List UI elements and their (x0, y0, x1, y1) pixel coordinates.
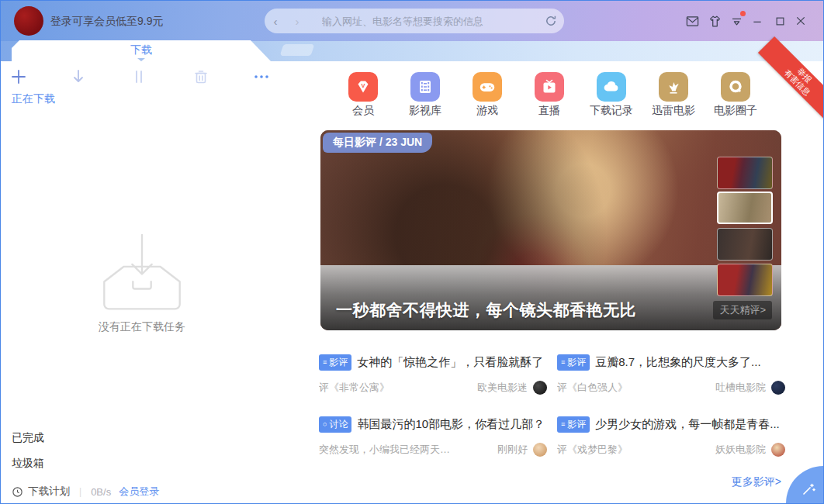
start-download-button[interactable] (69, 67, 88, 86)
member-login-link[interactable]: 会员登录 (119, 485, 159, 499)
article-author: 妖妖电影院 (715, 443, 785, 457)
banner-thumbnail-4[interactable] (717, 264, 773, 296)
article-subtitle: 评《戏梦巴黎》 (557, 443, 628, 457)
badge-review: ≡影评 (557, 416, 590, 433)
delete-button[interactable] (192, 67, 210, 86)
titlebar: 登录可享会员低至9.9元 ‹ › (1, 1, 823, 41)
empty-state-text: 没有正在下载任务 (26, 320, 258, 334)
banner-date-badge: 每日影评 / 23 JUN (323, 133, 432, 153)
notification-dot (740, 11, 746, 16)
forward-icon[interactable]: › (286, 15, 308, 28)
banner-caption: 一秒都舍不得快进，每个镜头都香艳无比 (336, 299, 636, 321)
speed-readout: 0B/s (91, 486, 111, 498)
article-subtitle: 评《白色强人》 (557, 381, 628, 395)
close-icon[interactable] (791, 12, 810, 30)
banner-thumbnail-3[interactable] (717, 228, 773, 261)
movie-circle-label[interactable]: 电影圈子 (705, 104, 767, 118)
vip-icon[interactable]: V (348, 72, 378, 102)
movie-circle-icon[interactable] (721, 72, 750, 102)
status-bar: 下载计划 | 0B/s 会员登录 (1, 478, 317, 504)
film-library-icon[interactable] (410, 72, 440, 102)
skin-icon[interactable] (705, 12, 724, 30)
article-title[interactable]: 豆瓣8.7，比想象的尺度大多了... (595, 355, 760, 370)
sidebar-item-completed[interactable]: 已完成 (12, 431, 44, 445)
banner-thumbnail-1[interactable] (717, 157, 773, 189)
article-title[interactable]: 少男少女的游戏，每一帧都是青春... (595, 417, 780, 432)
mail-icon[interactable] (683, 12, 701, 30)
article-card[interactable]: ○讨论 韩国最污的10部电影，你看过几部？ 突然发现，小编我已经两天没出... … (319, 416, 547, 457)
article-title[interactable]: 韩国最污的10部电影，你看过几部？ (357, 417, 545, 432)
maximize-icon[interactable] (770, 12, 789, 30)
vip-label[interactable]: 会员 (332, 104, 394, 118)
download-history-label[interactable]: 下载记录 (580, 104, 642, 118)
more-reviews-link[interactable]: 更多影评> (319, 475, 781, 489)
article-author: 欧美电影迷 (477, 381, 547, 395)
back-icon[interactable]: ‹ (265, 15, 286, 28)
games-label[interactable]: 游戏 (456, 104, 518, 118)
tab-download-label: 下载 (130, 43, 152, 56)
more-actions-button[interactable] (252, 67, 271, 86)
avatar (533, 443, 547, 457)
login-promo-link[interactable]: 登录可享会员低至9.9元 (50, 1, 163, 41)
article-subtitle: 突然发现，小编我已经两天没出... (319, 443, 459, 457)
live-icon[interactable] (535, 72, 564, 102)
daily-review-link[interactable]: 天天精评> (713, 301, 772, 319)
thunder-movies-label[interactable]: 迅雷电影 (642, 104, 705, 118)
badge-review: ≡影评 (319, 354, 351, 371)
search-input[interactable] (308, 16, 538, 27)
clock-icon (12, 486, 23, 498)
thunder-movies-icon[interactable] (659, 72, 688, 102)
tab-download[interactable]: 下载 (12, 40, 271, 61)
article-card[interactable]: ≡影评 女神的「惊艳之作」，只看脸就酥了 评《非常公寓》 欧美电影迷 (319, 354, 547, 395)
magic-wand-icon (799, 480, 818, 499)
thunder-window: 登录可享会员低至9.9元 ‹ › (0, 0, 824, 504)
thunder-logo[interactable] (14, 6, 43, 36)
skin-wand-button[interactable] (786, 466, 823, 503)
add-task-button[interactable] (9, 67, 28, 86)
download-plan-button[interactable]: 下载计划 (28, 485, 70, 499)
search-bar: ‹ › (265, 9, 564, 33)
empty-inbox-icon (81, 232, 203, 322)
film-library-label[interactable]: 影视库 (394, 104, 456, 118)
avatar (771, 443, 785, 457)
article-author: 刚刚好 (497, 443, 547, 457)
new-tab-button[interactable] (280, 44, 315, 56)
article-card[interactable]: ≡影评 豆瓣8.7，比想象的尺度大多了... 评《白色强人》 吐槽电影院 (557, 354, 785, 395)
badge-review: ≡影评 (557, 354, 590, 371)
banner-thumbnail-2-active[interactable] (717, 192, 773, 224)
article-title[interactable]: 女神的「惊艳之作」，只看脸就酥了 (357, 355, 543, 370)
svg-text:V: V (361, 82, 365, 89)
chevron-down-icon[interactable] (137, 58, 145, 61)
sidebar-item-downloading[interactable]: 正在下载 (12, 92, 55, 106)
minimize-icon[interactable] (748, 12, 767, 30)
divider: | (79, 486, 81, 497)
download-history-icon[interactable] (597, 72, 626, 102)
featured-banner[interactable]: 每日影评 / 23 JUN 一秒都舍不得快进，每个镜头都香艳无比 天天精评> (320, 130, 781, 330)
badge-discussion: ○讨论 (319, 416, 351, 433)
article-author: 吐槽电影院 (715, 381, 785, 395)
avatar (771, 381, 785, 395)
refresh-icon[interactable] (538, 15, 564, 27)
games-icon[interactable] (473, 72, 502, 102)
live-label[interactable]: 直播 (518, 104, 580, 118)
sidebar-item-trash[interactable]: 垃圾箱 (12, 457, 44, 471)
pause-button[interactable] (130, 67, 148, 86)
article-subtitle: 评《非常公寓》 (319, 381, 389, 395)
avatar (533, 381, 547, 395)
article-card[interactable]: ≡影评 少男少女的游戏，每一帧都是青春... 评《戏梦巴黎》 妖妖电影院 (557, 416, 785, 457)
